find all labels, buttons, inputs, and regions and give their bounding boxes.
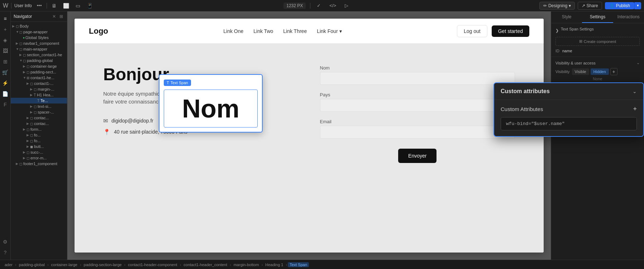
custom-attr-chevron-icon[interactable]: ⌄ bbox=[633, 88, 637, 94]
logic-icon[interactable]: F bbox=[2, 100, 8, 109]
navigator-search-button[interactable]: ⊞ bbox=[58, 14, 64, 19]
settings-icon[interactable]: ⚙ bbox=[1, 237, 9, 246]
person-icon: 👤 bbox=[609, 3, 615, 8]
publish-button[interactable]: 👤 Publish bbox=[605, 2, 634, 9]
tree-label: padding-global bbox=[27, 58, 53, 63]
create-component-button[interactable]: ⊞ Create component bbox=[555, 37, 640, 46]
tree-item-page-wrapper[interactable]: ▼ ◻ page-wrapper bbox=[11, 29, 67, 35]
text-span-content-box: Nom bbox=[164, 90, 258, 128]
tree-item-text-span[interactable]: T Te... bbox=[11, 98, 67, 104]
more-options-button[interactable]: ••• bbox=[35, 2, 44, 9]
tree-item-navbar[interactable]: ▶ ◻ navbar1_component bbox=[11, 40, 67, 46]
create-component-label: Create component bbox=[584, 39, 616, 44]
nav-link-one[interactable]: Link One bbox=[223, 28, 243, 34]
navigator-close-button[interactable]: ✕ bbox=[51, 14, 57, 19]
tree-item-global-styles[interactable]: ● Global Styles bbox=[11, 35, 67, 40]
tab-settings[interactable]: Settings bbox=[582, 11, 613, 23]
nav-link-four[interactable]: Link Four ▾ bbox=[317, 28, 342, 34]
preview-play-button[interactable]: ▷ bbox=[343, 2, 350, 9]
webpage-preview: Logo Link One Link Two Link Three Link F… bbox=[75, 19, 544, 253]
tree-label: page-wrapper bbox=[23, 30, 48, 34]
custom-attr-subtitle: Custom Attributes bbox=[501, 106, 543, 112]
desktop-view-button[interactable]: 🖥 bbox=[50, 2, 58, 9]
check-button[interactable]: ✓ bbox=[315, 2, 323, 9]
nav-link-two[interactable]: Link Two bbox=[253, 28, 273, 34]
toggle-icon: ▶ bbox=[27, 139, 29, 143]
help-icon[interactable]: ? bbox=[3, 248, 8, 257]
custom-attr-add-button[interactable]: + bbox=[633, 106, 637, 112]
tree-item-margin[interactable]: ▶ ◻ margin-... bbox=[11, 86, 67, 92]
text-span-settings-section: ❯ Text Span Settings ⊞ Create component … bbox=[551, 23, 644, 57]
tree-item-fo2[interactable]: ▶ ◻ fo... bbox=[11, 138, 67, 144]
toggle-icon: ▶ bbox=[27, 82, 29, 85]
tree-item-footer[interactable]: ▶ ◻ footer1_component bbox=[11, 161, 67, 167]
logout-button[interactable]: Log out bbox=[457, 25, 487, 37]
tablet-view-button[interactable]: ⬜ bbox=[61, 2, 71, 9]
tree-item-contact1-he[interactable]: ▼ ⊞ contact1-he... bbox=[11, 75, 67, 81]
mobile-landscape-button[interactable]: ▭ bbox=[74, 2, 82, 9]
get-started-button[interactable]: Get started bbox=[492, 25, 529, 37]
tab-style[interactable]: Style bbox=[551, 11, 582, 23]
tree-item-fo1[interactable]: ▶ ◻ fo... bbox=[11, 132, 67, 138]
interactions-icon[interactable]: ⚡ bbox=[1, 79, 10, 87]
assets-icon[interactable]: 🖼 bbox=[1, 47, 9, 55]
ecommerce-icon[interactable]: 🛒 bbox=[1, 68, 10, 77]
tree-item-contact1[interactable]: ▶ ◻ contact1-... bbox=[11, 81, 67, 86]
bottom-bar: ader › padding-global › container-large … bbox=[0, 260, 644, 269]
breadcrumb-contact1-header-content[interactable]: contact1-header_content bbox=[182, 262, 229, 267]
tree-item-spacer[interactable]: ▶ ◻ spacer-... bbox=[11, 109, 67, 115]
tree-item-container-large[interactable]: ▶ ◻ container-large bbox=[11, 63, 67, 69]
designing-mode-button[interactable]: ✏ Designing ▾ bbox=[539, 2, 575, 10]
pages-icon[interactable]: 📄 bbox=[1, 90, 10, 98]
add-visibility-button[interactable]: + bbox=[610, 68, 617, 75]
custom-attr-value-box[interactable]: wfu-bind="$user.name" bbox=[501, 117, 637, 130]
add-elements-icon[interactable]: + bbox=[2, 25, 8, 34]
components-icon[interactable]: ◈ bbox=[2, 36, 9, 44]
cms-icon[interactable]: ⊞ bbox=[2, 57, 9, 66]
tree-item-main-wrapper[interactable]: ▼ ◻ main-wrapper bbox=[11, 46, 67, 52]
form-submit-button[interactable]: Envoyer bbox=[398, 149, 437, 163]
breadcrumb-padding-global[interactable]: padding-global bbox=[17, 262, 47, 267]
mobile-portrait-button[interactable]: 📱 bbox=[85, 2, 95, 9]
breadcrumb-container-large[interactable]: container-large bbox=[49, 262, 79, 267]
tree-label: contac... bbox=[34, 116, 49, 120]
tree-item-contac2[interactable]: ▶ ◻ contac... bbox=[11, 121, 67, 126]
tree-item-body[interactable]: ▶ ◻ Body bbox=[11, 23, 67, 29]
tree-label: contact1-he... bbox=[30, 76, 54, 80]
tree-item-padding-sect[interactable]: ▶ ◻ padding-sect... bbox=[11, 69, 67, 75]
element-icon: ◻ bbox=[34, 110, 37, 114]
element-icon: ◻ bbox=[19, 162, 22, 166]
tab-title[interactable]: User Info bbox=[14, 3, 32, 8]
field-input-pays[interactable] bbox=[320, 99, 515, 112]
tree-item-form[interactable]: ▶ ◻ form... bbox=[11, 126, 67, 132]
field-input-nom[interactable] bbox=[320, 72, 515, 85]
tree-item-contac1[interactable]: ▶ ◻ contac... bbox=[11, 115, 67, 121]
field-input-email[interactable] bbox=[320, 126, 515, 139]
publish-dropdown-button[interactable]: ▾ bbox=[634, 2, 641, 9]
breadcrumb-text-span[interactable]: Text Span bbox=[288, 262, 309, 267]
breadcrumb-contact1-header-component[interactable]: contact1-header-component bbox=[126, 262, 179, 267]
breadcrumb-margin-bottom[interactable]: margin-bottom bbox=[232, 262, 261, 267]
breadcrumb-heading1[interactable]: Heading 1 bbox=[263, 262, 285, 267]
nav-link-three[interactable]: Link Three bbox=[283, 28, 307, 34]
visible-button[interactable]: Visible bbox=[572, 68, 589, 75]
breadcrumb-padding-section[interactable]: padding-section-large bbox=[82, 262, 124, 267]
tree-item-text-si[interactable]: ▶ ◻ text-si... bbox=[11, 104, 67, 109]
tree-item-butt[interactable]: ▶ ◼ butt... bbox=[11, 144, 67, 149]
tree-item-error[interactable]: ▶ ◻ error-m... bbox=[11, 155, 67, 161]
chevron-down-icon[interactable]: ⌄ bbox=[636, 61, 640, 65]
code-button[interactable]: </> bbox=[327, 2, 338, 9]
navigator-icon[interactable]: ≡ bbox=[2, 14, 8, 23]
tree-item-h1[interactable]: ▶ T H1 Hea... bbox=[11, 92, 67, 98]
id-row: ID name bbox=[555, 49, 640, 53]
tree-item-succ[interactable]: ▶ ◻ succ-... bbox=[11, 149, 67, 155]
breadcrumb-ader[interactable]: ader bbox=[3, 262, 14, 267]
hidden-button[interactable]: Hidden bbox=[591, 68, 609, 75]
webflow-logo-icon: W bbox=[3, 3, 8, 9]
tree-item-section[interactable]: ▶ ◻ section_contact1-he bbox=[11, 52, 67, 58]
toggle-icon: ▶ bbox=[12, 24, 15, 28]
tab-interactions[interactable]: Interactions bbox=[613, 11, 644, 23]
tree-item-padding-global[interactable]: ▼ ◻ padding-global bbox=[11, 58, 67, 63]
share-button[interactable]: ↗ Share bbox=[578, 2, 602, 10]
tree-label: fo... bbox=[34, 133, 40, 137]
